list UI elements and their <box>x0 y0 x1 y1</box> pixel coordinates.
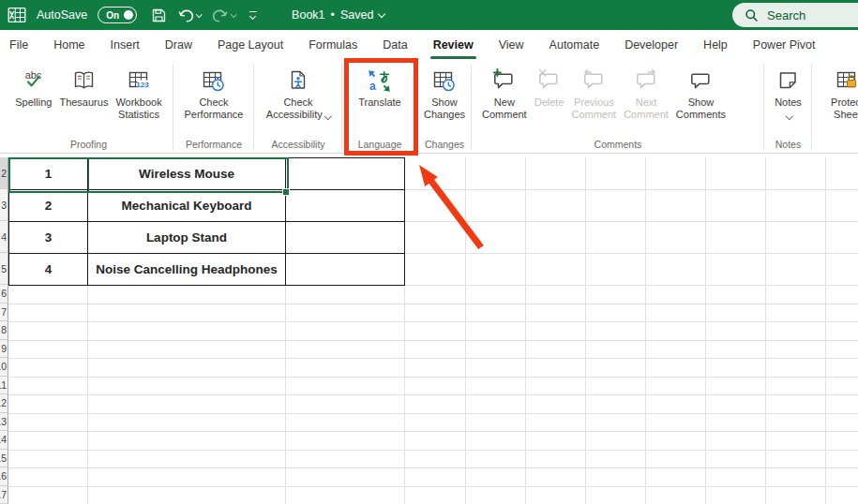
tab-draw[interactable]: Draw <box>165 30 192 60</box>
row-header-6[interactable]: 6 <box>0 285 8 304</box>
undo-dropdown-icon[interactable] <box>196 11 202 17</box>
row-header-13[interactable]: 13 <box>0 413 8 432</box>
gridline <box>825 157 826 504</box>
button-label: ShowChanges <box>424 96 465 121</box>
cell-item-row5[interactable]: Noise Cancelling Headphones <box>88 254 286 286</box>
tab-formulas[interactable]: Formulas <box>309 30 357 60</box>
excel-logo-icon[interactable] <box>8 6 26 24</box>
check-performance-button[interactable]: CheckPerformance <box>182 65 247 122</box>
show-comments-icon <box>688 66 714 96</box>
tab-file[interactable]: File <box>9 30 28 60</box>
spreadsheet-grid[interactable]: 2345678910111213141516171Wireless Mouse2… <box>0 155 858 504</box>
previous-comment-button: PreviousComment <box>568 65 619 122</box>
thesaurus-icon <box>71 66 97 96</box>
toggle-knob <box>124 10 133 20</box>
row-header-17[interactable]: 17 <box>0 486 8 504</box>
save-icon[interactable] <box>151 7 167 23</box>
gridline <box>8 450 858 451</box>
spelling-button[interactable]: abcSpelling <box>12 65 54 110</box>
undo-button[interactable] <box>177 7 202 23</box>
cell-item-row3[interactable]: Mechanical Keyboard <box>88 190 286 222</box>
tab-developer[interactable]: Developer <box>625 30 678 60</box>
protect-sheet-button[interactable]: ProtectSheet <box>828 65 858 122</box>
gridline <box>585 157 586 504</box>
gridline <box>405 253 858 254</box>
cell-number-row5[interactable]: 4 <box>9 254 88 286</box>
tab-insert[interactable]: Insert <box>111 30 140 60</box>
gridline <box>465 157 466 504</box>
row-header-9[interactable]: 9 <box>0 340 8 359</box>
gridline <box>645 157 646 504</box>
svg-text:123: 123 <box>136 81 149 89</box>
cell-empty-row3[interactable] <box>286 190 405 222</box>
cell-number-row4[interactable]: 3 <box>9 222 88 254</box>
tab-review[interactable]: Review <box>433 30 474 60</box>
thesaurus-button[interactable]: Thesaurus <box>56 65 111 110</box>
cell-number-row2[interactable]: 1 <box>9 158 88 190</box>
row-header-15[interactable]: 15 <box>0 450 8 468</box>
gridline <box>8 431 858 432</box>
row-header-10[interactable]: 10 <box>0 358 8 377</box>
row-header-5[interactable]: 5 <box>0 253 8 285</box>
workbook-name: Book1 <box>292 8 324 22</box>
row-header-4[interactable]: 4 <box>0 221 8 253</box>
tab-page-layout[interactable]: Page Layout <box>218 30 283 60</box>
cell-item-row4[interactable]: Laptop Stand <box>88 222 286 254</box>
check-accessibility-button[interactable]: CheckAccessibility <box>263 65 333 122</box>
tab-data[interactable]: Data <box>383 30 407 60</box>
cell-empty-row2[interactable] <box>286 158 405 190</box>
group-label: Notes <box>764 139 812 150</box>
gridline <box>8 467 858 468</box>
row-header-2[interactable]: 2 <box>0 157 8 189</box>
row-header-12[interactable]: 12 <box>0 394 8 413</box>
tab-help[interactable]: Help <box>703 30 728 60</box>
workbook-statistics-button[interactable]: 123WorkbookStatistics <box>113 65 164 122</box>
new-comment-button[interactable]: NewComment <box>479 65 530 122</box>
tab-home[interactable]: Home <box>53 30 84 60</box>
next-comment-button: NextComment <box>621 65 671 122</box>
autosave-toggle[interactable]: On <box>98 7 137 23</box>
search-box[interactable]: Search <box>732 3 858 27</box>
row-header-7[interactable]: 7 <box>0 304 8 322</box>
delete-comment-icon <box>536 66 562 96</box>
previous-comment-icon <box>581 66 607 96</box>
document-title[interactable]: Book1 • Saved <box>292 8 384 22</box>
row-header-3[interactable]: 3 <box>0 189 8 221</box>
button-label: Spelling <box>15 96 52 109</box>
fill-handle[interactable] <box>282 188 290 196</box>
cell-number-row3[interactable]: 2 <box>9 190 88 222</box>
button-label: Thesaurus <box>59 96 108 109</box>
group-label: Language <box>342 139 417 150</box>
check-performance-icon <box>201 66 226 96</box>
protect-sheet-icon <box>835 66 858 96</box>
notes-icon <box>775 66 801 96</box>
show-changes-button[interactable]: ShowChanges <box>421 65 468 122</box>
cell-empty-row5[interactable] <box>286 254 405 286</box>
group-label: Proofing <box>4 139 173 150</box>
save-status: Saved <box>340 8 373 22</box>
show-comments-button[interactable]: ShowComments <box>673 65 729 122</box>
title-separator: • <box>331 8 335 22</box>
group-label: Accessibility <box>254 139 342 150</box>
svg-text:a: a <box>369 80 376 93</box>
gridline <box>8 340 858 341</box>
row-header-14[interactable]: 14 <box>0 431 8 450</box>
tab-view[interactable]: View <box>499 30 524 60</box>
row-header-8[interactable]: 8 <box>0 321 8 340</box>
new-comment-icon <box>491 66 517 96</box>
translate-button[interactable]: aTranslate <box>355 65 403 110</box>
tab-power-pivot[interactable]: Power Pivot <box>753 30 816 60</box>
notes-button[interactable]: Notes <box>772 65 805 122</box>
button-label: PreviousComment <box>571 96 616 121</box>
ribbon-group-notes: NotesNotes <box>764 60 812 153</box>
cell-empty-row4[interactable] <box>286 222 405 254</box>
redo-button <box>212 7 236 23</box>
tab-automate[interactable]: Automate <box>549 30 600 60</box>
cell-item-row2[interactable]: Wireless Mouse <box>88 158 286 190</box>
button-label: Delete <box>534 96 564 109</box>
row-header-16[interactable]: 16 <box>0 467 8 486</box>
row-header-11[interactable]: 11 <box>0 377 8 395</box>
qat-overflow-button[interactable] <box>249 11 257 20</box>
button-label: Notes <box>775 96 802 121</box>
autosave-state: On <box>106 10 119 21</box>
